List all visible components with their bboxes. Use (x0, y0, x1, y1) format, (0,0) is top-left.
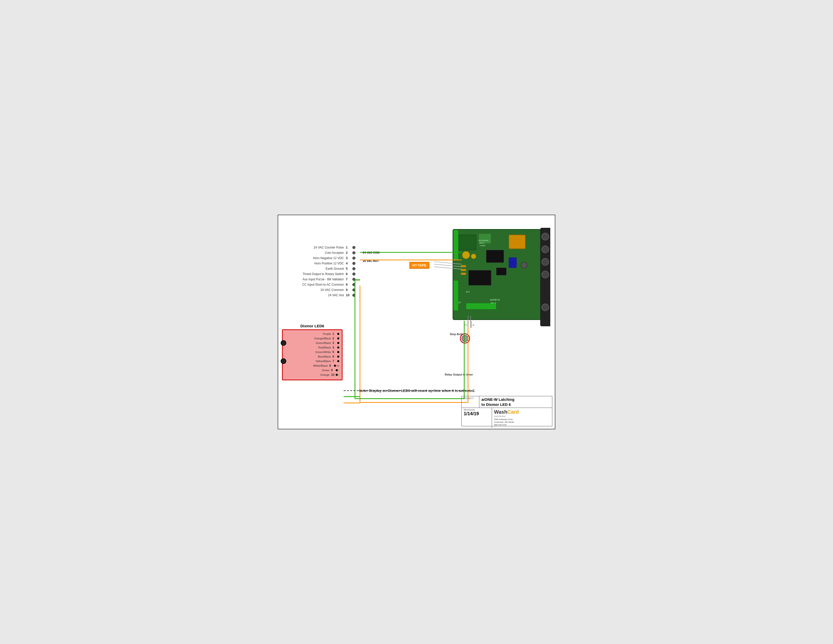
svg-text:PE-53029HL: PE-53029HL (479, 240, 489, 242)
terminal-num: 9 (346, 288, 351, 292)
dixmor-pin-dot (337, 342, 339, 344)
logo-wash: Wash (494, 409, 507, 415)
terminal-name: 24 VAC Counter Pulse (293, 246, 344, 249)
terminal-dot (352, 283, 355, 286)
dixmor-row: Blue/Black 6 (288, 355, 339, 358)
terminal-list: 24 VAC Counter Pulse 1 Coin Acceptor 2 H… (293, 245, 355, 298)
dixmor-row: Green/White 5 (288, 350, 339, 354)
dixmor-pin-num: 3 (333, 341, 336, 345)
dixmor-row: Green/Black 3 (288, 341, 339, 345)
terminal-name: Timed Output to Rotary Switch (293, 272, 344, 276)
dixmor-pin-name: Red/Black (306, 346, 331, 349)
svg-rect-6 (461, 265, 466, 267)
dixmor-pin-name: Yellow/Black (306, 360, 331, 363)
dixmor-pin-dot (337, 356, 339, 357)
logo-text: WashCard (494, 409, 550, 415)
dixmor-pin-name: Purple (306, 332, 331, 335)
dixmor-pin-num: 7 (333, 359, 336, 363)
title-block: PROJECT: aiONE-W Latching to Dixmor LED … (462, 396, 552, 426)
dixmor-pin-num: 4 (333, 346, 336, 349)
dixmor-row: Purple 1 (288, 332, 339, 336)
terminal-name: Horn Positive 12 VDC (293, 262, 344, 265)
terminal-name: Horn Negative 12 VDC (293, 256, 344, 260)
dixmor-pin-num: 2 (333, 336, 336, 340)
terminal-name: 24 VAC Common (293, 288, 344, 292)
terminal-num: 3 (346, 256, 351, 260)
logo-block: WashCard systems 2005 Gateway Circle Cen… (492, 408, 552, 428)
dixmor-title: Dixmor LED6 (282, 324, 343, 328)
revision-value: 1/14/19 (464, 411, 490, 417)
terminal-dot (352, 294, 355, 297)
svg-rect-10 (453, 230, 458, 260)
svg-rect-8 (461, 273, 466, 275)
svg-text:CHINA: CHINA (480, 245, 486, 246)
project-name: aiONE-W Latching to Dixmor LED 6 (479, 396, 552, 407)
label-24vac-hot: 24 VAC HOT (363, 259, 379, 262)
terminal-item: Earth Ground 5 (293, 267, 355, 270)
terminal-num: 8 (346, 283, 351, 287)
dixmor-pin-name: Green/Black (306, 341, 331, 345)
relay-output-label: Relay Output to timer (445, 373, 473, 376)
svg-text:Rev 3: Rev 3 (491, 302, 496, 304)
dixmor-row: Orange 10 • (288, 373, 339, 377)
dixmor-pin-dot (337, 337, 339, 340)
terminal-dot (352, 278, 355, 281)
dixmor-pin-name: Blue/Black (306, 355, 331, 358)
logo-card: Card (507, 409, 519, 415)
terminal-num: 1 (346, 245, 351, 249)
main-page: 24 VAC Counter Pulse 1 Coin Acceptor 2 H… (278, 215, 555, 429)
svg-rect-5 (468, 270, 491, 285)
dixmor-pin-name: Orange/Black (306, 337, 331, 340)
dixmor-pin-name: Green/White (306, 351, 331, 354)
dixmor-pin-num: 1 (333, 332, 336, 336)
svg-point-11 (521, 262, 527, 268)
project-label: PROJECT: (462, 396, 479, 407)
terminal-dot (352, 251, 355, 254)
dixmor-pin-name: Green (304, 369, 330, 372)
dixmor-pin-num: 8 (329, 364, 333, 367)
terminal-dot (352, 267, 355, 270)
pcb-texture: aIONE-W Rev 3 PE-53029HL 1337-L CHINA B1… (453, 230, 540, 319)
svg-text:Q7: Q7 (458, 301, 461, 304)
dixmor-pin-dot (337, 351, 339, 353)
terminal-name: Earth Ground (293, 267, 344, 270)
terminal-dot (352, 246, 355, 249)
plus-v-label: +V (464, 324, 467, 326)
terminal-name: CC Input-Short to AC Common (293, 283, 344, 287)
dixmor-pin-num: 5 (333, 350, 336, 354)
svg-rect-4 (486, 250, 504, 262)
terminal-name: Aux Input Pul;se - Bill Validator (293, 277, 344, 281)
logo-systems: systems (494, 415, 550, 417)
terminal-item: 24 VAC Hot 10 (293, 293, 355, 297)
terminal-item: Horn Positive 12 VDC 4 (293, 261, 355, 265)
svg-rect-7 (461, 269, 466, 271)
svg-rect-13 (509, 258, 516, 268)
svg-text:B15: B15 (466, 291, 470, 293)
dixmor-row: White/Black 8 ••• (288, 364, 339, 367)
terminal-num: 6 (346, 272, 351, 276)
label-24vac-com: 24 VAC COM (363, 251, 380, 254)
dixmor-row: Yellow/Black 7 (288, 359, 339, 363)
svg-rect-15 (453, 280, 458, 311)
terminal-item: CC Input-Short to AC Common 8 (293, 283, 355, 287)
dixmor-pin-num: 6 (333, 355, 336, 358)
pcb-board: aIONE-W Rev 3 PE-53029HL 1337-L CHINA B1… (453, 229, 541, 320)
dixmor-pin-dot (336, 369, 338, 371)
svg-point-3 (471, 254, 476, 259)
dixmor-row: Green 9 • (288, 369, 339, 372)
stop-button[interactable] (460, 333, 470, 343)
dixmor-pin-num: 10 (331, 373, 335, 377)
terminal-num: 4 (346, 261, 351, 265)
terminal-item: Aux Input Pul;se - Bill Validator 7 (293, 277, 355, 281)
dixmor-pin-num: 9 (331, 369, 335, 372)
left-dot (281, 358, 286, 364)
terminal-name: 24 VAC Hot (293, 293, 344, 297)
terminal-num: 5 (346, 267, 351, 270)
dixmor-pin-dot (337, 346, 339, 349)
revision-block: REVISION: 1/14/19 (462, 408, 492, 428)
terminal-item: 24 VAC Common 9 (293, 288, 355, 292)
svg-point-2 (462, 251, 470, 259)
dixmor-pin-name: Orange (304, 373, 330, 376)
black-housing (540, 228, 550, 326)
g-label: G (473, 324, 474, 326)
